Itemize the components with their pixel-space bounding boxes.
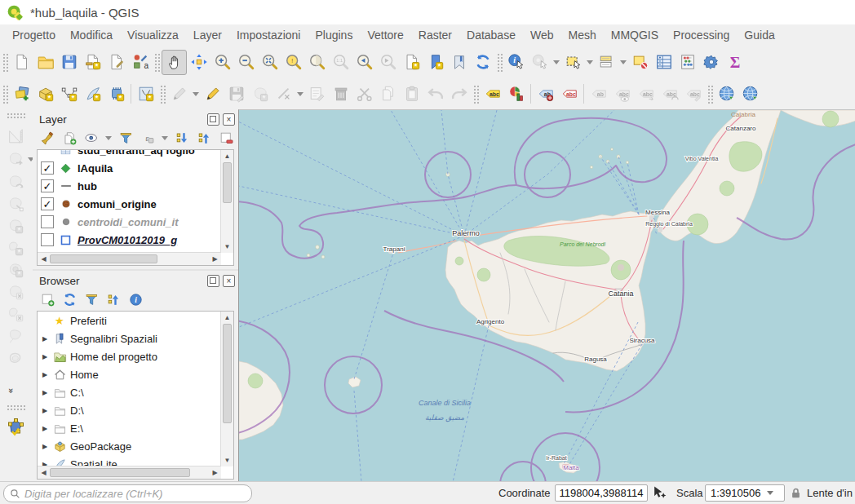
layers-panel-close-icon[interactable]: ×	[223, 113, 235, 126]
layer-item[interactable]: ✓hub	[38, 177, 221, 195]
data-source-manager-icon[interactable]	[10, 82, 33, 106]
collapse-all-icon[interactable]	[194, 129, 214, 148]
expander-icon[interactable]: ▶	[41, 353, 49, 360]
layers-vertical-scrollbar[interactable]: ▲ ▼	[220, 150, 233, 253]
new-spatialite-layer-icon[interactable]: *	[81, 82, 104, 106]
save-project-icon[interactable]	[57, 51, 81, 74]
browser-panel-float-icon[interactable]	[207, 275, 219, 287]
identify-features-icon[interactable]: i	[504, 51, 528, 74]
lock-scale-icon[interactable]	[790, 487, 802, 502]
expander-icon[interactable]: ▶	[41, 425, 49, 432]
browser-item[interactable]: ▶Segnalibri Spaziali	[38, 329, 221, 347]
checkbox-unchecked[interactable]	[41, 215, 54, 228]
layer-item[interactable]: ✓comuni_origine	[38, 195, 221, 213]
select-features-icon[interactable]	[561, 51, 585, 74]
chevron-down-icon[interactable]	[105, 136, 112, 140]
browser-panel-close-icon[interactable]: ×	[223, 275, 235, 287]
toolbar-overflow-icon[interactable]: »	[7, 388, 16, 391]
refresh-icon[interactable]	[471, 51, 494, 74]
menu-modifica[interactable]: Modifica	[63, 24, 120, 46]
browser-item[interactable]: ▶C:\	[38, 383, 221, 401]
new-print-layout-icon[interactable]: *	[81, 51, 104, 74]
checkbox-checked[interactable]: ✓	[41, 197, 54, 210]
toolbar-grip[interactable]	[496, 52, 503, 72]
filter-legend-icon[interactable]	[116, 129, 135, 148]
toolbar-grip[interactable]	[707, 84, 713, 104]
layer-item[interactable]: ✓stud_entranti_aq foglio	[38, 150, 221, 159]
statistical-summary-icon[interactable]: Σ	[723, 51, 746, 74]
chevron-down-icon[interactable]	[620, 60, 627, 64]
chevron-down-icon[interactable]	[193, 92, 199, 96]
filter-expression-icon[interactable]: ε	[138, 129, 157, 148]
browser-item[interactable]: ▶E:\	[38, 419, 221, 437]
layer-labeling-options-icon[interactable]: abc	[481, 82, 504, 106]
show-spatial-bookmarks-icon[interactable]	[447, 51, 471, 74]
new-map-view-icon[interactable]: *	[400, 51, 423, 74]
toolbar-grip[interactable]	[2, 52, 8, 72]
menu-database[interactable]: Database	[459, 24, 523, 46]
expander-icon[interactable]: ▶	[41, 407, 49, 414]
zoom-in-icon[interactable]	[210, 51, 234, 74]
add-group-icon[interactable]	[60, 129, 79, 148]
coordinate-input[interactable]: 1198004,3988114	[555, 484, 648, 502]
layer-item[interactable]: ✓lAquila	[38, 159, 221, 177]
new-virtual-layer-icon[interactable]: *	[134, 82, 157, 106]
menu-mesh[interactable]: Mesh	[561, 24, 604, 46]
toolbar-grip[interactable]	[2, 84, 8, 104]
open-project-icon[interactable]	[33, 51, 57, 74]
metasearch-icon[interactable]	[715, 82, 738, 106]
browser-collapse-icon[interactable]	[104, 290, 123, 309]
menu-mmqgis[interactable]: MMQGIS	[604, 24, 666, 46]
processing-toolbox-icon[interactable]	[699, 51, 723, 74]
chevron-down-icon[interactable]	[162, 136, 168, 140]
new-temporary-scratch-layer-icon[interactable]: *	[104, 82, 128, 106]
new-shapefile-layer-icon[interactable]: *	[57, 82, 81, 106]
layer-diagram-options-icon[interactable]	[504, 82, 528, 106]
mouse-extents-toggle-icon[interactable]	[651, 484, 667, 503]
toolbar-grip[interactable]	[472, 84, 479, 104]
chevron-down-icon[interactable]	[297, 92, 303, 96]
checkbox-checked[interactable]: ✓	[41, 161, 54, 175]
expander-icon[interactable]: ▶	[41, 443, 49, 450]
menu-visualizza[interactable]: Visualizza	[120, 24, 186, 46]
toolbar-grip[interactable]	[7, 113, 26, 119]
expand-all-icon[interactable]	[172, 129, 192, 148]
browser-item[interactable]: ▶Home	[38, 365, 221, 383]
vertex-tool-active-icon[interactable]	[3, 414, 27, 438]
expander-icon[interactable]: ▶	[41, 389, 49, 396]
zoom-last-icon[interactable]	[352, 51, 376, 74]
chevron-down-icon[interactable]	[553, 60, 560, 64]
browser-horizontal-scrollbar[interactable]: ◀ ▶	[38, 466, 221, 479]
locator-search-input[interactable]: Digita per localizzare (Ctrl+K)	[3, 484, 252, 502]
menu-processing[interactable]: Processing	[666, 24, 737, 46]
pan-to-selection-icon[interactable]	[187, 51, 210, 74]
layers-horizontal-scrollbar[interactable]: ◀ ▶	[38, 252, 221, 265]
add-wms-layer-icon[interactable]	[738, 82, 762, 106]
layer-item[interactable]: ProvCM01012019_g	[38, 231, 221, 249]
new-project-icon[interactable]	[10, 51, 33, 74]
checkbox-checked[interactable]: ✓	[41, 179, 54, 192]
manage-map-themes-icon[interactable]	[82, 129, 101, 148]
new-spatial-bookmark-icon[interactable]: *	[423, 51, 447, 74]
show-layout-manager-icon[interactable]	[104, 51, 128, 74]
browser-item[interactable]: ★Preferiti	[38, 312, 221, 329]
menu-layer[interactable]: Layer	[186, 24, 229, 46]
expander-icon[interactable]: ▶	[41, 371, 49, 378]
open-attribute-table-icon[interactable]	[652, 51, 676, 74]
menu-plugins[interactable]: Plugins	[308, 24, 360, 46]
browser-item[interactable]: ▶GeoPackage	[38, 437, 221, 455]
toggle-editing-icon[interactable]	[201, 82, 224, 106]
pin-labels-icon[interactable]: ab	[534, 82, 557, 106]
new-geopackage-layer-icon[interactable]: *	[33, 82, 57, 106]
map-canvas[interactable]: TrapaniPalermoParco dei NebrodiMessinaRe…	[238, 109, 855, 482]
add-selected-layer-icon[interactable]	[38, 290, 57, 309]
open-layer-styling-icon[interactable]	[38, 129, 57, 148]
menu-vettore[interactable]: Vettore	[360, 24, 410, 46]
menu-web[interactable]: Web	[523, 24, 561, 46]
zoom-full-icon[interactable]	[258, 51, 281, 74]
browser-item[interactable]: ▶D:\	[38, 401, 221, 419]
browser-item[interactable]: ▶Home del progetto	[38, 347, 221, 365]
zoom-to-selection-icon[interactable]: !	[281, 51, 305, 74]
menu-impostazioni[interactable]: Impostazioni	[229, 24, 308, 46]
browser-properties-icon[interactable]: i	[126, 290, 145, 309]
